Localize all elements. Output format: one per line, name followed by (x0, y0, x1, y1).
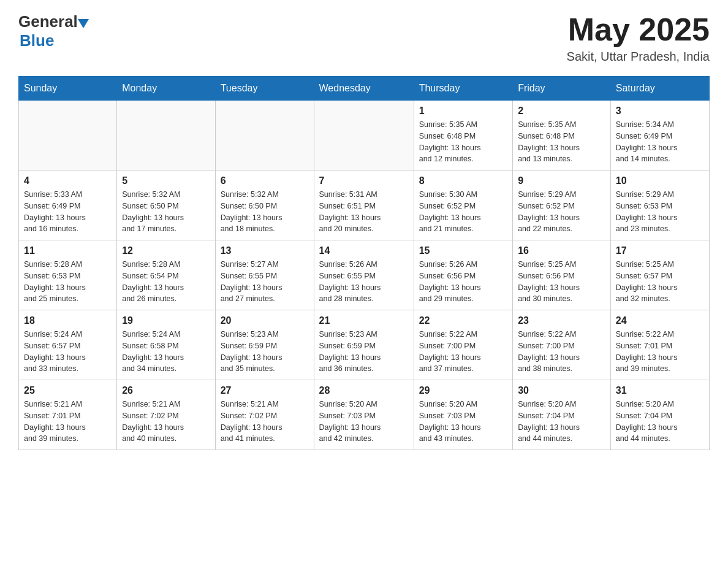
day-number: 17 (616, 245, 704, 256)
day-info: Sunrise: 5:20 AM Sunset: 7:04 PM Dayligh… (518, 399, 605, 445)
day-info: Sunrise: 5:26 AM Sunset: 6:56 PM Dayligh… (419, 259, 507, 305)
day-number: 16 (518, 245, 605, 256)
day-info: Sunrise: 5:32 AM Sunset: 6:50 PM Dayligh… (221, 189, 309, 235)
day-info: Sunrise: 5:34 AM Sunset: 6:49 PM Dayligh… (616, 119, 704, 165)
day-number: 4 (24, 175, 112, 186)
calendar-cell: 29Sunrise: 5:20 AM Sunset: 7:03 PM Dayli… (414, 380, 512, 450)
day-number: 5 (122, 175, 210, 186)
day-number: 15 (419, 245, 507, 256)
calendar-cell: 2Sunrise: 5:35 AM Sunset: 6:48 PM Daylig… (513, 101, 611, 170)
day-info: Sunrise: 5:20 AM Sunset: 7:03 PM Dayligh… (419, 399, 507, 445)
calendar-cell: 20Sunrise: 5:23 AM Sunset: 6:59 PM Dayli… (215, 310, 314, 380)
calendar-cell: 11Sunrise: 5:28 AM Sunset: 6:53 PM Dayli… (19, 240, 117, 310)
day-info: Sunrise: 5:24 AM Sunset: 6:58 PM Dayligh… (122, 329, 210, 375)
calendar-cell: 27Sunrise: 5:21 AM Sunset: 7:02 PM Dayli… (215, 380, 314, 450)
day-number: 26 (122, 385, 210, 396)
day-info: Sunrise: 5:23 AM Sunset: 6:59 PM Dayligh… (221, 329, 309, 375)
day-number: 12 (122, 245, 210, 256)
calendar-cell: 31Sunrise: 5:20 AM Sunset: 7:04 PM Dayli… (610, 380, 709, 450)
day-info: Sunrise: 5:25 AM Sunset: 6:57 PM Dayligh… (616, 259, 704, 305)
calendar-cell: 13Sunrise: 5:27 AM Sunset: 6:55 PM Dayli… (215, 240, 314, 310)
calendar-cell: 3Sunrise: 5:34 AM Sunset: 6:49 PM Daylig… (610, 101, 709, 170)
day-info: Sunrise: 5:25 AM Sunset: 6:56 PM Dayligh… (518, 259, 605, 305)
day-number: 27 (221, 385, 309, 396)
day-number: 2 (518, 105, 605, 117)
day-number: 18 (24, 315, 112, 326)
calendar-table: SundayMondayTuesdayWednesdayThursdayFrid… (18, 76, 710, 450)
weekday-header: Friday (513, 77, 611, 101)
calendar-cell: 14Sunrise: 5:26 AM Sunset: 6:55 PM Dayli… (314, 240, 414, 310)
calendar-cell: 23Sunrise: 5:22 AM Sunset: 7:00 PM Dayli… (513, 310, 611, 380)
day-number: 3 (616, 105, 704, 117)
calendar-cell: 16Sunrise: 5:25 AM Sunset: 6:56 PM Dayli… (513, 240, 611, 310)
calendar-cell: 5Sunrise: 5:32 AM Sunset: 6:50 PM Daylig… (117, 170, 215, 240)
day-info: Sunrise: 5:22 AM Sunset: 7:01 PM Dayligh… (616, 329, 704, 375)
calendar-cell (117, 101, 215, 170)
logo: General Blue (18, 12, 89, 50)
day-number: 14 (319, 245, 409, 256)
weekday-header: Tuesday (215, 77, 314, 101)
day-info: Sunrise: 5:21 AM Sunset: 7:02 PM Dayligh… (221, 399, 309, 445)
day-number: 22 (419, 315, 507, 326)
day-info: Sunrise: 5:23 AM Sunset: 6:59 PM Dayligh… (319, 329, 409, 375)
calendar-cell: 10Sunrise: 5:29 AM Sunset: 6:53 PM Dayli… (610, 170, 709, 240)
day-number: 10 (616, 175, 704, 186)
day-info: Sunrise: 5:20 AM Sunset: 7:04 PM Dayligh… (616, 399, 704, 445)
calendar-cell: 15Sunrise: 5:26 AM Sunset: 6:56 PM Dayli… (414, 240, 512, 310)
day-number: 19 (122, 315, 210, 326)
weekday-header: Saturday (610, 77, 709, 101)
day-number: 8 (419, 175, 507, 186)
calendar-cell: 22Sunrise: 5:22 AM Sunset: 7:00 PM Dayli… (414, 310, 512, 380)
day-info: Sunrise: 5:29 AM Sunset: 6:52 PM Dayligh… (518, 189, 605, 235)
calendar-cell: 8Sunrise: 5:30 AM Sunset: 6:52 PM Daylig… (414, 170, 512, 240)
day-info: Sunrise: 5:30 AM Sunset: 6:52 PM Dayligh… (419, 189, 507, 235)
calendar-week-row: 1Sunrise: 5:35 AM Sunset: 6:48 PM Daylig… (19, 101, 710, 170)
calendar-cell: 21Sunrise: 5:23 AM Sunset: 6:59 PM Dayli… (314, 310, 414, 380)
month-year-title: May 2025 (567, 12, 710, 47)
day-number: 25 (24, 385, 112, 396)
calendar-week-row: 25Sunrise: 5:21 AM Sunset: 7:01 PM Dayli… (19, 380, 710, 450)
day-number: 20 (221, 315, 309, 326)
day-info: Sunrise: 5:26 AM Sunset: 6:55 PM Dayligh… (319, 259, 409, 305)
day-number: 7 (319, 175, 409, 186)
calendar-cell: 25Sunrise: 5:21 AM Sunset: 7:01 PM Dayli… (19, 380, 117, 450)
calendar-cell: 17Sunrise: 5:25 AM Sunset: 6:57 PM Dayli… (610, 240, 709, 310)
calendar-cell: 19Sunrise: 5:24 AM Sunset: 6:58 PM Dayli… (117, 310, 215, 380)
logo-blue-text: Blue (20, 31, 54, 50)
page-header: General Blue May 2025 Sakit, Uttar Prade… (18, 12, 710, 64)
calendar-cell (314, 101, 414, 170)
calendar-cell: 28Sunrise: 5:20 AM Sunset: 7:03 PM Dayli… (314, 380, 414, 450)
calendar-cell (19, 101, 117, 170)
day-number: 11 (24, 245, 112, 256)
weekday-header: Thursday (414, 77, 512, 101)
weekday-header: Wednesday (314, 77, 414, 101)
title-section: May 2025 Sakit, Uttar Pradesh, India (567, 12, 710, 64)
calendar-cell: 1Sunrise: 5:35 AM Sunset: 6:48 PM Daylig… (414, 101, 512, 170)
day-number: 29 (419, 385, 507, 396)
day-info: Sunrise: 5:21 AM Sunset: 7:02 PM Dayligh… (122, 399, 210, 445)
day-number: 6 (221, 175, 309, 186)
calendar-header-row: SundayMondayTuesdayWednesdayThursdayFrid… (19, 77, 710, 101)
day-number: 9 (518, 175, 605, 186)
weekday-header: Sunday (19, 77, 117, 101)
day-info: Sunrise: 5:27 AM Sunset: 6:55 PM Dayligh… (221, 259, 309, 305)
calendar-cell: 7Sunrise: 5:31 AM Sunset: 6:51 PM Daylig… (314, 170, 414, 240)
calendar-week-row: 11Sunrise: 5:28 AM Sunset: 6:53 PM Dayli… (19, 240, 710, 310)
weekday-header: Monday (117, 77, 215, 101)
day-info: Sunrise: 5:20 AM Sunset: 7:03 PM Dayligh… (319, 399, 409, 445)
day-info: Sunrise: 5:29 AM Sunset: 6:53 PM Dayligh… (616, 189, 704, 235)
calendar-cell: 30Sunrise: 5:20 AM Sunset: 7:04 PM Dayli… (513, 380, 611, 450)
calendar-cell (215, 101, 314, 170)
day-number: 23 (518, 315, 605, 326)
day-info: Sunrise: 5:35 AM Sunset: 6:48 PM Dayligh… (419, 119, 507, 165)
day-info: Sunrise: 5:28 AM Sunset: 6:53 PM Dayligh… (24, 259, 112, 305)
logo-arrow-icon (78, 19, 89, 28)
calendar-cell: 4Sunrise: 5:33 AM Sunset: 6:49 PM Daylig… (19, 170, 117, 240)
calendar-cell: 6Sunrise: 5:32 AM Sunset: 6:50 PM Daylig… (215, 170, 314, 240)
calendar-cell: 9Sunrise: 5:29 AM Sunset: 6:52 PM Daylig… (513, 170, 611, 240)
day-info: Sunrise: 5:28 AM Sunset: 6:54 PM Dayligh… (122, 259, 210, 305)
day-number: 31 (616, 385, 704, 396)
day-info: Sunrise: 5:31 AM Sunset: 6:51 PM Dayligh… (319, 189, 409, 235)
day-info: Sunrise: 5:22 AM Sunset: 7:00 PM Dayligh… (518, 329, 605, 375)
day-number: 1 (419, 105, 507, 117)
